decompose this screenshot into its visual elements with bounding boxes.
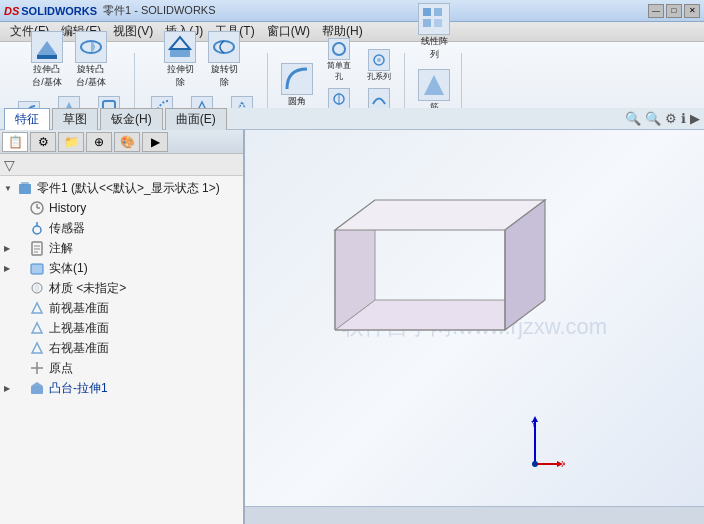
tree-item-top-label: 上视基准面 [49, 320, 109, 337]
simple-hole-icon [328, 38, 350, 60]
svg-point-52 [532, 461, 538, 467]
tree-item-extrude1-label: 凸台-拉伸1 [49, 380, 108, 397]
root-icon [16, 179, 34, 197]
extrude1-arrow: ▶ [4, 384, 16, 393]
btn-simple-hole-label: 简单直孔 [324, 60, 354, 82]
svg-marker-34 [32, 303, 42, 313]
btn-extrude-boss-label: 拉伸凸台/基体 [32, 63, 62, 89]
maximize-button[interactable]: □ [666, 4, 682, 18]
sidebar-tabs: 📋 ⚙ 📁 ⊕ 🎨 ▶ [0, 130, 243, 154]
sidebar-filter: ▽ [0, 154, 243, 176]
btn-revolve-cut[interactable]: 旋转切除 [203, 28, 245, 92]
revolve-cut-icon [208, 31, 240, 63]
minimize-button[interactable]: — [648, 4, 664, 18]
notes-arrow: ▶ [4, 244, 16, 253]
btn-linear-pattern[interactable]: 线性阵列 [413, 0, 455, 64]
origin-arrow [4, 364, 16, 373]
filter-icon: ▽ [4, 157, 15, 173]
btn-hole-series-label: 孔系列 [367, 71, 391, 82]
btn-extrude-boss[interactable]: 拉伸凸台/基体 [26, 28, 68, 92]
draft-icon [418, 69, 450, 101]
sidebar: 📋 ⚙ 📁 ⊕ 🎨 ▶ ▽ ▼ 零件1 (默认<<默认>_显示状态 1>) Hi… [0, 130, 245, 524]
close-button[interactable]: ✕ [684, 4, 700, 18]
tree-item-material[interactable]: 材质 <未指定> [0, 278, 243, 298]
sidebar-tab-properties[interactable]: ⚙ [30, 132, 56, 152]
svg-point-7 [214, 41, 234, 53]
tree-item-history-label: History [49, 201, 86, 215]
expand-icon[interactable]: ▶ [690, 111, 700, 126]
search-icon[interactable]: 🔍 [625, 111, 641, 126]
hole-series-icon [368, 49, 390, 71]
tree-item-top[interactable]: 上视基准面 [0, 318, 243, 338]
tree-item-sensor-label: 传感器 [49, 220, 85, 237]
svg-rect-39 [31, 386, 43, 394]
search2-icon[interactable]: 🔍 [645, 111, 661, 126]
btn-hole-series[interactable]: 孔系列 [360, 47, 398, 84]
tab-feature[interactable]: 特征 [4, 108, 50, 130]
viewport-inner: 软件自学网.www.rjzxw.com [245, 130, 704, 524]
solid-arrow: ▶ [4, 264, 16, 273]
tree-item-extrude1[interactable]: ▶ 凸台-拉伸1 [0, 378, 243, 398]
ribbon-row-1: 拉伸凸台/基体 旋转凸台/基体 [26, 28, 112, 92]
feature-bar: 特征 草图 钣金(H) 曲面(E) 🔍 🔍 ⚙ ℹ ▶ [0, 108, 704, 130]
svg-marker-19 [424, 75, 444, 95]
svg-rect-22 [21, 182, 29, 186]
svg-marker-36 [32, 343, 42, 353]
svg-rect-15 [423, 8, 431, 16]
tree-item-solid[interactable]: ▶ 实体(1) [0, 258, 243, 278]
sensor-icon [28, 219, 46, 237]
svg-text:Y: Y [531, 419, 537, 429]
sidebar-tab-config[interactable]: 📁 [58, 132, 84, 152]
svg-rect-18 [434, 19, 442, 27]
svg-rect-17 [423, 19, 431, 27]
tree-item-sensor[interactable]: 传感器 [0, 218, 243, 238]
sidebar-tab-expand[interactable]: ▶ [142, 132, 168, 152]
titlebar: DS SOLIDWORKS 零件1 - SOLIDWORKS — □ ✕ [0, 0, 704, 22]
front-arrow [4, 304, 16, 313]
svg-text:X: X [561, 459, 565, 469]
menu-view[interactable]: 视图(V) [107, 22, 159, 41]
window-title: 零件1 - SOLIDWORKS [103, 3, 648, 18]
history-icon [28, 199, 46, 217]
svg-point-10 [333, 43, 345, 55]
svg-rect-1 [37, 55, 57, 59]
tab-sheetmetal[interactable]: 钣金(H) [100, 108, 163, 130]
tree-item-origin[interactable]: 原点 [0, 358, 243, 378]
btn-revolve-boss[interactable]: 旋转凸台/基体 [70, 28, 112, 92]
btn-simple-hole[interactable]: 简单直孔 [320, 36, 358, 84]
svg-marker-35 [32, 323, 42, 333]
info-icon[interactable]: ℹ [681, 111, 686, 126]
sensor-arrow [4, 224, 16, 233]
btn-extrude-cut[interactable]: 拉伸切除 [159, 28, 201, 92]
tree-item-notes-label: 注解 [49, 240, 73, 257]
svg-rect-5 [170, 49, 190, 57]
tab-sketch[interactable]: 草图 [52, 108, 98, 130]
ds-logo: DS [4, 5, 19, 17]
tree-item-front[interactable]: 前视基准面 [0, 298, 243, 318]
btn-revolve-boss-label: 旋转凸台/基体 [76, 63, 106, 89]
sidebar-tab-display[interactable]: 🎨 [114, 132, 140, 152]
tree-item-history[interactable]: History [0, 198, 243, 218]
btn-linear-pattern-label: 线性阵列 [421, 35, 448, 61]
svg-marker-6 [170, 37, 190, 49]
btn-fillet[interactable]: 圆角 [276, 60, 318, 111]
material-arrow [4, 284, 16, 293]
linear-pattern-icon [418, 3, 450, 35]
svg-rect-32 [31, 264, 43, 274]
tree-item-notes[interactable]: ▶ 注解 [0, 238, 243, 258]
bend-icon [368, 88, 390, 110]
tab-surface[interactable]: 曲面(E) [165, 108, 227, 130]
sidebar-tab-feature[interactable]: 📋 [2, 132, 28, 152]
btn-fillet-label: 圆角 [288, 95, 306, 108]
tree-item-origin-label: 原点 [49, 360, 73, 377]
svg-rect-16 [434, 8, 442, 16]
origin-icon [28, 359, 46, 377]
revolve-boss-icon [75, 31, 107, 63]
settings-icon[interactable]: ⚙ [665, 111, 677, 126]
btn-revolve-cut-label: 旋转切除 [211, 63, 238, 89]
window-controls: — □ ✕ [648, 4, 700, 18]
tree-root[interactable]: ▼ 零件1 (默认<<默认>_显示状态 1>) [0, 178, 243, 198]
tree-item-right[interactable]: 右视基准面 [0, 338, 243, 358]
history-arrow [4, 204, 16, 213]
sidebar-tab-dim[interactable]: ⊕ [86, 132, 112, 152]
